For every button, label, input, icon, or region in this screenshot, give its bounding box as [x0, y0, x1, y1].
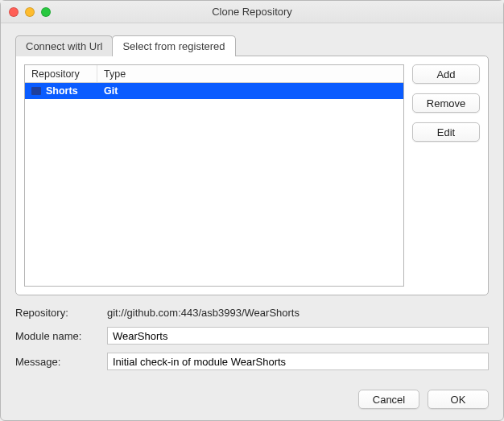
ok-button[interactable]: OK [428, 390, 489, 409]
form: Repository: git://github.com:443/asb3993… [15, 307, 489, 370]
repository-label: Repository: [15, 307, 102, 319]
module-name-label: Module name: [15, 330, 102, 342]
footer: Cancel OK [15, 375, 489, 409]
add-button[interactable]: Add [412, 64, 480, 84]
content: Connect with Url Select from registered … [1, 23, 503, 420]
cell-repository: Shorts [46, 85, 78, 97]
repository-table[interactable]: Repository Type Shorts Git [24, 64, 404, 287]
tab-row: Connect with Url Select from registered [15, 35, 489, 56]
tab-select-from-registered[interactable]: Select from registered [112, 35, 235, 56]
cancel-button[interactable]: Cancel [358, 390, 419, 409]
traffic-lights [1, 7, 51, 17]
repository-value: git://github.com:443/asb3993/WearShorts [107, 307, 489, 319]
column-header-type[interactable]: Type [97, 65, 403, 82]
remove-button[interactable]: Remove [412, 93, 480, 113]
table-row[interactable]: Shorts Git [25, 83, 403, 99]
cell-type: Git [104, 85, 118, 97]
side-buttons: Add Remove Edit [412, 64, 480, 287]
module-name-field[interactable] [107, 327, 489, 345]
titlebar: Clone Repository [1, 1, 503, 23]
window: Clone Repository Connect with Url Select… [0, 0, 504, 421]
zoom-icon[interactable] [41, 7, 51, 17]
repository-icon [31, 87, 41, 95]
edit-button[interactable]: Edit [412, 122, 480, 142]
column-header-repository[interactable]: Repository [25, 65, 97, 82]
message-label: Message: [15, 356, 102, 368]
table-body: Shorts Git [25, 83, 403, 286]
minimize-icon[interactable] [25, 7, 35, 17]
table-header: Repository Type [25, 65, 403, 83]
tab-connect-with-url[interactable]: Connect with Url [15, 35, 113, 56]
window-title: Clone Repository [1, 6, 503, 18]
close-icon[interactable] [9, 7, 19, 17]
message-field[interactable] [107, 353, 489, 370]
registered-panel: Repository Type Shorts Git [15, 56, 489, 295]
